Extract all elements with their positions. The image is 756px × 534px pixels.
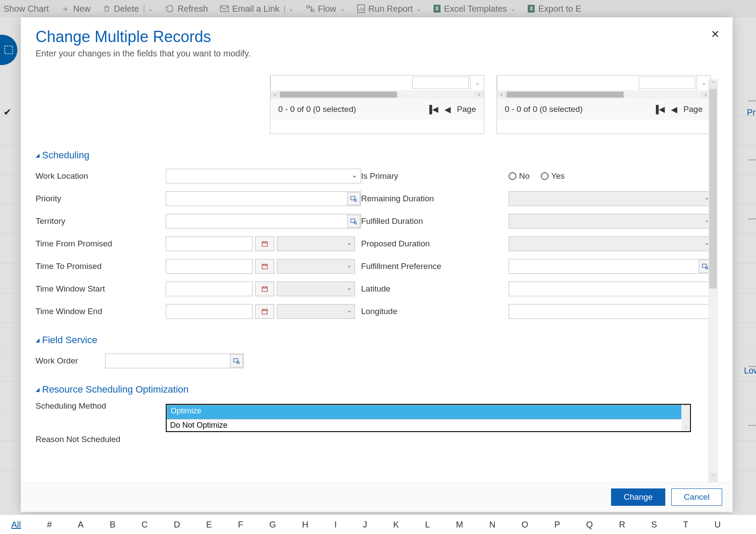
scheduling-method-dropdown[interactable]: Optimize Do Not Optimize ˆˇ	[166, 404, 691, 432]
alpha-letter[interactable]: U	[714, 520, 720, 530]
picker-status: 0 - 0 of 0 (0 selected)	[505, 105, 583, 114]
label-time-window-end: Time Window End	[36, 307, 166, 316]
alpha-letter[interactable]: S	[651, 520, 657, 530]
label-time-from-promised: Time From Promised	[36, 239, 166, 249]
label-territory: Territory	[36, 216, 166, 226]
label-latitude: Latitude	[361, 284, 509, 294]
section-field-service[interactable]: ◢Field Service	[36, 334, 718, 346]
page-label: Page	[457, 105, 476, 114]
section-rso[interactable]: ◢Resource Scheduling Optimization	[36, 384, 718, 395]
work-order-input[interactable]	[105, 354, 244, 368]
alpha-letter[interactable]: I	[335, 520, 337, 530]
alpha-all[interactable]: All	[11, 520, 21, 530]
picker-input[interactable]	[639, 77, 695, 89]
label-fulfillment-preference: Fulfillment Preference	[361, 262, 509, 271]
alpha-letter[interactable]: A	[78, 520, 83, 530]
alpha-letter[interactable]: J	[363, 520, 367, 530]
cancel-button[interactable]: Cancel	[671, 488, 722, 506]
section-scheduling[interactable]: ◢Scheduling	[36, 150, 718, 161]
label-fulfilled-duration: Fulfilled Duration	[361, 216, 509, 226]
priority-input[interactable]	[166, 191, 361, 206]
fulfilled-duration-input[interactable]	[509, 214, 713, 229]
page-label: Page	[684, 105, 703, 114]
is-primary-no-radio[interactable]: No	[509, 171, 529, 181]
calendar-icon[interactable]	[255, 304, 274, 319]
lookup-icon[interactable]	[347, 215, 360, 228]
scroll-down-icon[interactable]: ˇ	[708, 472, 718, 482]
prev-page-icon[interactable]: ◀	[671, 105, 677, 115]
lookup-icon[interactable]	[347, 192, 360, 205]
svg-rect-11	[262, 287, 267, 292]
svg-rect-8	[262, 264, 267, 269]
dialog-subtitle: Enter your changes in the fields that yo…	[36, 49, 718, 59]
first-page-icon[interactable]: ▐◀	[427, 105, 438, 114]
option-optimize[interactable]: Optimize	[167, 405, 690, 419]
longitude-input[interactable]	[509, 304, 713, 319]
alpha-letter[interactable]: N	[489, 520, 495, 530]
cell-lowl: LowL	[744, 366, 756, 376]
alpha-letter[interactable]: G	[270, 520, 276, 530]
lookup-icon[interactable]	[230, 354, 243, 367]
alpha-letter[interactable]: #	[47, 520, 52, 530]
alpha-letter[interactable]: E	[206, 520, 212, 530]
alpha-letter[interactable]: K	[393, 520, 399, 530]
column-header-prio: Prio.	[747, 108, 756, 118]
collapse-icon: ◢	[36, 337, 39, 343]
time-to-promised-time[interactable]	[277, 259, 355, 274]
svg-rect-12	[262, 309, 267, 314]
dialog-header: Change Multiple Records Enter your chang…	[21, 17, 733, 62]
horizontal-scrollbar[interactable]: ‹›	[497, 90, 710, 99]
time-from-promised-time[interactable]	[277, 236, 355, 251]
alpha-letter[interactable]: M	[456, 520, 463, 530]
time-from-promised-date[interactable]	[166, 236, 253, 251]
time-window-end-time[interactable]	[277, 304, 355, 319]
dropdown-scrollbar[interactable]: ˆˇ	[681, 405, 690, 431]
prev-page-icon[interactable]: ◀	[444, 105, 451, 115]
option-do-not-optimize[interactable]: Do Not Optimize	[167, 419, 690, 431]
first-page-icon[interactable]: ▐◀	[653, 105, 665, 114]
alpha-letter[interactable]: H	[302, 520, 308, 530]
territory-input[interactable]	[166, 214, 361, 229]
calendar-icon[interactable]	[255, 282, 274, 296]
label-reason-not-scheduled: Reason Not Scheduled	[36, 435, 121, 444]
latitude-input[interactable]	[509, 282, 713, 296]
alpha-letter[interactable]: P	[554, 520, 560, 530]
alpha-letter[interactable]: F	[238, 520, 243, 530]
calendar-icon[interactable]	[255, 259, 274, 274]
proposed-duration-input[interactable]	[509, 236, 713, 251]
picker-dropdown-icon[interactable]: ⌄	[470, 75, 484, 90]
fulfillment-preference-input[interactable]	[509, 259, 713, 274]
change-button[interactable]: Change	[611, 488, 665, 506]
label-work-order: Work Order	[36, 356, 105, 366]
alphabet-filter-bar: All # A B C D E F G H I J K L M N O P Q …	[0, 514, 756, 534]
close-button[interactable]: ✕	[708, 28, 722, 41]
alpha-letter[interactable]: D	[174, 520, 180, 530]
dialog-vertical-scrollbar[interactable]: ˆ ˇ	[708, 79, 718, 482]
calendar-icon[interactable]	[255, 236, 274, 251]
alpha-letter[interactable]: L	[425, 520, 430, 530]
svg-rect-2	[5, 46, 13, 54]
label-is-primary: Is Primary	[361, 171, 509, 181]
picker-input[interactable]	[412, 77, 469, 89]
label-work-location: Work Location	[36, 171, 166, 181]
label-longitude: Longitude	[361, 307, 509, 316]
time-window-end-date[interactable]	[166, 304, 253, 319]
checkmark-icon: ✔	[3, 107, 11, 118]
scroll-up-icon[interactable]: ˆ	[708, 79, 718, 89]
alpha-letter[interactable]: R	[619, 520, 625, 530]
time-to-promised-date[interactable]	[166, 259, 253, 274]
remaining-duration-input[interactable]	[509, 191, 713, 206]
is-primary-yes-radio[interactable]: Yes	[541, 171, 565, 181]
time-window-start-date[interactable]	[166, 282, 253, 296]
alpha-letter[interactable]: B	[110, 520, 115, 530]
alpha-letter[interactable]: T	[683, 520, 688, 530]
horizontal-scrollbar[interactable]: ‹›	[270, 90, 484, 99]
close-icon: ✕	[711, 28, 720, 40]
alpha-letter[interactable]: O	[522, 520, 529, 530]
dialog-footer: Change Cancel	[21, 482, 733, 512]
alpha-letter[interactable]: C	[141, 520, 148, 530]
work-location-select[interactable]	[166, 169, 361, 183]
time-window-start-time[interactable]	[277, 282, 355, 296]
scroll-thumb[interactable]	[709, 89, 717, 288]
alpha-letter[interactable]: Q	[586, 520, 593, 530]
